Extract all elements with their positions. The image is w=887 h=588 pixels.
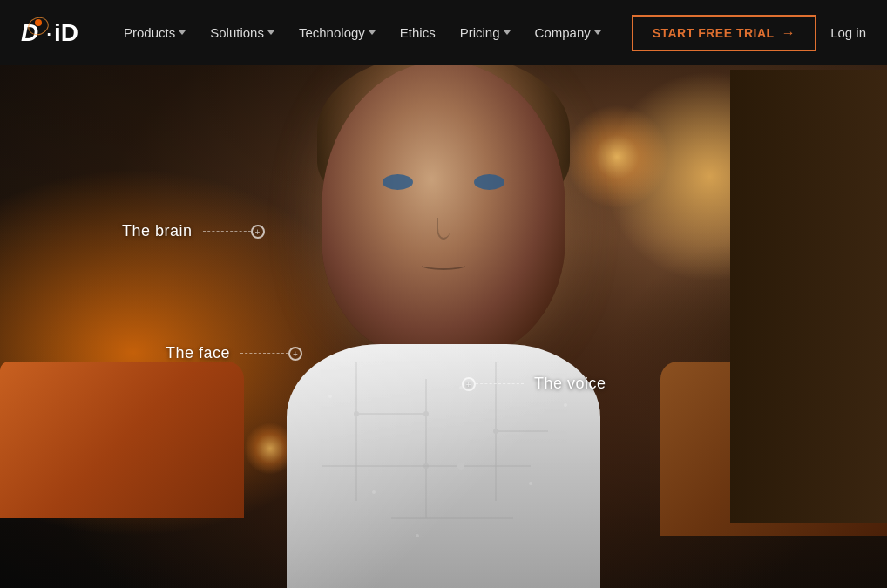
solutions-chevron-icon [267,30,274,35]
nav-pricing[interactable]: Pricing [450,18,521,47]
pricing-chevron-icon [504,30,511,35]
products-chevron-icon [179,30,186,35]
svg-point-10 [457,463,464,470]
nav-links: Products Solutions Technology Ethics Pri… [113,18,632,47]
nav-ethics[interactable]: Ethics [389,18,446,47]
svg-point-15 [529,482,532,485]
nav-solutions[interactable]: Solutions [200,18,285,47]
svg-point-6 [423,411,429,416]
orbit-dot-icon [35,19,42,26]
bookshelf [730,70,887,523]
svg-point-16 [416,534,419,537]
nav-products[interactable]: Products [113,18,196,47]
arrow-right-icon: → [782,25,796,41]
logo[interactable]: D · iD [21,19,78,47]
nav-company[interactable]: Company [525,18,612,47]
start-free-trial-button[interactable]: START FREE TRIAL → [632,15,816,51]
hero-section: The brain The face The voice [0,0,887,588]
nav-technology[interactable]: Technology [288,18,386,47]
svg-point-8 [493,429,498,434]
sofa-left [0,362,244,518]
annotation-voice: The voice [462,375,606,393]
svg-point-5 [354,411,359,416]
svg-point-12 [328,395,332,398]
technology-chevron-icon [369,30,376,35]
hero-background: The brain The face The voice [0,0,887,588]
logo-icon: D [21,19,38,47]
login-button[interactable]: Log in [830,25,866,40]
navbar: D · iD Products Solutions Technology Eth… [0,0,887,65]
annotation-brain: The brain [122,222,265,240]
human-figure [234,61,653,588]
annotation-face: The face [166,344,302,362]
company-chevron-icon [594,30,601,35]
svg-point-13 [372,490,376,494]
figure-head [322,61,565,357]
nav-actions: START FREE TRIAL → Log in [632,15,866,51]
svg-point-17 [564,403,567,407]
